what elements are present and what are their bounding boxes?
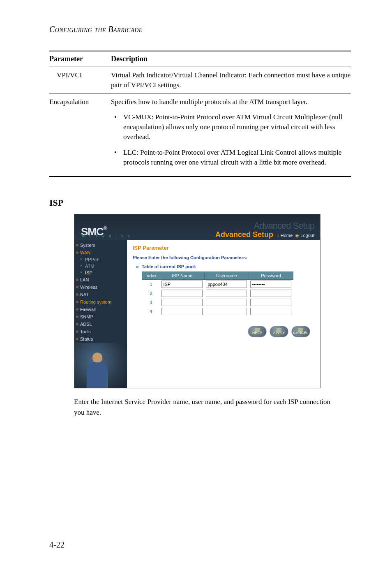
table-label: Table of current ISP pool: <box>142 264 314 269</box>
brand-subtext: N e t w o r k s <box>82 234 131 238</box>
cancel-button[interactable]: CANCEL <box>291 326 310 337</box>
table-row: 4 <box>142 307 293 316</box>
password-input[interactable] <box>250 281 291 288</box>
section-heading-isp: ISP <box>49 197 351 208</box>
banner-ghost-text: Advanced Setup <box>215 221 314 230</box>
param-desc-text: Specifies how to handle multiple protoco… <box>111 97 351 107</box>
username-input[interactable] <box>206 299 247 306</box>
col-isp-name: ISP Name <box>160 272 204 280</box>
parameter-table: Parameter Description VPI/VCI Virtual Pa… <box>49 51 351 177</box>
sidebar-item-wireless[interactable]: Wireless <box>74 283 127 291</box>
col-index: Index <box>142 272 160 280</box>
sidebar-item-system[interactable]: System <box>74 241 127 249</box>
logout-icon: ◉ <box>295 233 299 238</box>
sidebar-subitem-atm[interactable]: ATM <box>74 263 127 269</box>
isp-name-input[interactable] <box>161 281 203 288</box>
table-row: VPI/VCI Virtual Path Indicator/Virtual C… <box>49 67 351 94</box>
figure-caption: Enter the Internet Service Provider name… <box>74 397 337 418</box>
page-number: 4-22 <box>49 540 65 550</box>
home-icon: ⌂ <box>277 233 279 238</box>
cell-index: 3 <box>142 298 160 307</box>
password-input[interactable] <box>250 290 291 297</box>
bullet-item: LLC: Point-to-Point Protocol over ATM Lo… <box>123 148 347 167</box>
cell-index: 2 <box>142 289 160 298</box>
banner-setup-word: Setup <box>253 230 273 239</box>
sidebar-item-routing[interactable]: Routing system <box>74 298 127 306</box>
username-input[interactable] <box>206 281 247 288</box>
isp-name-input[interactable] <box>161 290 203 297</box>
col-header-parameter: Parameter <box>49 51 111 67</box>
content-heading: ISP Parameter <box>133 245 314 251</box>
isp-name-input[interactable] <box>161 299 203 306</box>
table-row: 2 <box>142 289 293 298</box>
col-header-description: Description <box>111 51 351 67</box>
router-content: ISP Parameter Please Enter the following… <box>127 240 320 388</box>
username-input[interactable] <box>206 308 247 315</box>
sidebar-item-status[interactable]: Status <box>74 335 127 343</box>
sidebar: System WAN PPPoE ATM ISP LAN Wireless NA… <box>74 240 127 388</box>
param-desc: Specifies how to handle multiple protoco… <box>111 93 351 176</box>
banner-advanced-word: Advanced <box>215 230 253 239</box>
cell-index: 4 <box>142 307 160 316</box>
sidebar-item-tools[interactable]: Tools <box>74 328 127 335</box>
apply-button[interactable]: APPLY <box>270 326 288 337</box>
param-desc: Virtual Path Indicator/Virtual Channel I… <box>111 67 351 94</box>
registered-icon: ® <box>104 225 107 231</box>
sidebar-subitem-pppoe[interactable]: PPPoE <box>74 256 127 263</box>
help-button[interactable]: HELP <box>248 326 267 337</box>
bullet-item: VC-MUX: Point-to-Point Protocol over ATM… <box>123 112 347 142</box>
col-password: Password <box>249 272 293 280</box>
sidebar-item-adsl[interactable]: ADSL <box>74 320 127 328</box>
chapter-title: Configuring the Barricade <box>49 25 351 34</box>
sidebar-item-firewall[interactable]: Firewall <box>74 306 127 313</box>
param-name: Encapsulation <box>49 93 111 176</box>
table-row: 3 <box>142 298 293 307</box>
username-input[interactable] <box>206 290 247 297</box>
banner-title: Advanced Setup ⌂ Home ◉ Logout <box>215 230 314 239</box>
router-header: SMC® N e t w o r k s Advanced Setup Adva… <box>74 214 320 240</box>
sidebar-item-wan[interactable]: WAN <box>74 249 127 256</box>
table-row: Encapsulation Specifies how to handle mu… <box>49 93 351 176</box>
isp-name-input[interactable] <box>161 308 203 315</box>
sidebar-item-snmp[interactable]: SNMP <box>74 313 127 320</box>
router-admin-screenshot: SMC® N e t w o r k s Advanced Setup Adva… <box>74 214 321 388</box>
sidebar-item-nat[interactable]: NAT <box>74 291 127 298</box>
password-input[interactable] <box>250 299 291 306</box>
isp-pool-table: Index ISP Name Username Password 1 2 <box>142 272 293 316</box>
cell-index: 1 <box>142 280 160 289</box>
content-subheading: Please Enter the following Configuration… <box>133 255 314 260</box>
sidebar-item-lan[interactable]: LAN <box>74 276 127 283</box>
sidebar-decorative-image <box>74 343 127 388</box>
table-row: 1 <box>142 280 293 289</box>
param-name: VPI/VCI <box>49 67 111 94</box>
sidebar-subitem-isp[interactable]: ISP <box>74 269 127 276</box>
home-link[interactable]: Home <box>281 233 293 238</box>
password-input[interactable] <box>250 308 291 315</box>
col-username: Username <box>204 272 249 280</box>
logout-link[interactable]: Logout <box>300 233 314 238</box>
button-row: HELP APPLY CANCEL <box>133 316 314 337</box>
